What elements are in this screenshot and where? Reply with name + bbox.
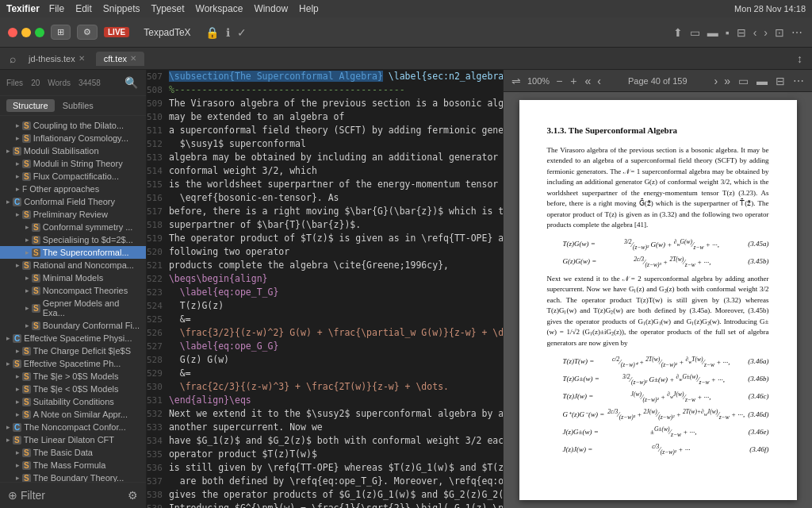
expand-icon[interactable]: ⊡ — [773, 25, 786, 40]
sidebar-item[interactable]: ▸S Conformal symmetry ... — [0, 221, 146, 233]
sidebar-item[interactable]: ▸S The Basic Data — [0, 446, 146, 459]
sidebar-item[interactable]: ▸S The Mass Formula — [0, 459, 146, 471]
search-icon[interactable]: 🔍 — [123, 75, 140, 90]
sidebar-item[interactable]: ▸S Specialising to $d=2$... — [0, 233, 146, 246]
editor-line[interactable]: products complete the algebra \cite{Gree… — [169, 259, 503, 272]
sidebar-item[interactable]: ▸C The Noncompact Confor... — [0, 421, 146, 433]
editor-line[interactable]: \beqs\begin{align} — [169, 272, 503, 286]
check-icon[interactable]: ✓ — [236, 25, 248, 40]
editor-line[interactable]: \frac{2c/3}{(z-w)^3} + \frac{2T(w)}{z-w}… — [169, 380, 503, 394]
editor-line[interactable]: have $G_1(z)$ and $G_2(z)$ both with con… — [169, 434, 503, 448]
sidebar-item[interactable]: ▸S Rational and Noncompa... — [0, 259, 146, 271]
tab-jd-thesis-close[interactable]: ✕ — [79, 54, 85, 63]
sidebar-item[interactable]: ▸S The Charge Deficit $|e$S — [0, 344, 146, 357]
editor-line[interactable]: is the worldsheet superpartner of the en… — [169, 178, 503, 191]
sidebar-item[interactable]: ▸S Noncompact Theories — [0, 284, 146, 297]
sidebar-item[interactable]: ▸S The Superconformal... — [0, 246, 146, 259]
editor-line[interactable]: may be extended to an algebra of — [169, 110, 503, 124]
zoom-in-icon[interactable]: + — [569, 73, 578, 89]
sidebar-item[interactable]: ▸S Moduli in String Theory — [0, 157, 146, 170]
tab-structure[interactable]: Structure — [6, 99, 55, 112]
maximize-button[interactable] — [35, 28, 44, 37]
pdf-layout-2-icon[interactable]: ▬ — [755, 73, 769, 89]
info-icon[interactable]: ℹ — [224, 25, 232, 40]
sidebar-item[interactable]: ▸C Effective Spacetime Physi... — [0, 332, 146, 344]
tab-cft[interactable]: cft.tex ✕ — [96, 52, 144, 66]
layout-3-icon[interactable]: ▪ — [724, 25, 731, 40]
nav-prev-icon[interactable]: ‹ — [596, 75, 603, 87]
layout-1-icon[interactable]: ▭ — [688, 25, 702, 40]
editor-line[interactable]: operator product $T(z)T(w)$ — [169, 448, 503, 461]
editor-line[interactable]: Next we extend it to the $\susy2$ superc… — [169, 407, 503, 421]
editor-line[interactable]: algebra may be obtained by including an … — [169, 151, 503, 164]
editor-line[interactable]: conformal weight 3/2, which — [169, 164, 503, 178]
editor-line[interactable]: another supercurrent. Now we — [169, 421, 503, 434]
editor-line[interactable]: Introducing $G^{\pm}(w) = \frac{1}{\sqrt… — [169, 502, 503, 508]
editor-line[interactable]: %---------------------------------------… — [169, 83, 503, 97]
sidebar-item[interactable]: ▸S Suitability Conditions — [0, 395, 146, 408]
editor-line[interactable]: The Virasoro algebra of the previous sec… — [169, 97, 503, 110]
settings-gear-icon[interactable]: ⚙ — [126, 487, 140, 503]
zoom-out-icon[interactable]: − — [554, 73, 564, 89]
more-icon[interactable]: ⋯ — [790, 25, 804, 40]
sidebar-item[interactable]: ▸F Other approaches — [0, 183, 146, 195]
editor-line[interactable]: $\susy1$ superconformal — [169, 137, 503, 151]
sidebar-item[interactable]: ▸S The Boundary Theory... — [0, 471, 146, 482]
sidebar-item[interactable]: ▸S Boundary Conformal Fi... — [0, 319, 146, 332]
sidebar-item[interactable]: ▸S Gepner Models and Exa... — [0, 297, 146, 319]
editor-line[interactable]: before, there is a right moving $\bar{G}… — [169, 205, 503, 218]
editor-line[interactable]: The operator product of $T(z)$ is given … — [169, 232, 503, 245]
sidebar-item[interactable]: ▸S The Linear Dilaton CFT — [0, 433, 146, 446]
layout-2-icon[interactable]: ▬ — [706, 25, 720, 40]
pdf-layout-1-icon[interactable]: ▭ — [737, 73, 750, 89]
menu-file[interactable]: File — [49, 3, 64, 14]
lock-icon[interactable]: 🔒 — [204, 25, 220, 40]
sidebar-item[interactable]: ▸S Moduli Stabilisation — [0, 144, 146, 157]
filter-icon[interactable]: ⊕ Filter — [6, 487, 47, 503]
menu-snippets[interactable]: Snippets — [103, 3, 140, 14]
editor-line[interactable]: \end{align}\eqs — [169, 394, 503, 407]
editor-line[interactable]: following two operator — [169, 245, 503, 259]
nav-forward-icon[interactable]: › — [762, 25, 769, 40]
tab-cft-close[interactable]: ✕ — [130, 54, 136, 63]
editor-line[interactable]: &= — [169, 367, 503, 380]
menu-help[interactable]: Help — [299, 3, 319, 14]
nav-next-icon[interactable]: › — [713, 75, 720, 87]
editor-text[interactable]: \subsection{The Superconformal Algebra} … — [169, 70, 503, 508]
sidebar-item[interactable]: ▸S The $|e > 0$S Models — [0, 370, 146, 383]
editor-line[interactable]: gives the operator products of $G_1(z)G_… — [169, 488, 503, 502]
pdf-sync-icon[interactable]: ⇌ — [510, 73, 523, 89]
sync-icon[interactable]: ↕ — [795, 51, 804, 67]
tab-subfiles[interactable]: Subfiles — [56, 99, 100, 112]
nav-first-icon[interactable]: « — [584, 75, 593, 87]
sidebar-item[interactable]: ▸S The $|e < 0$S Models — [0, 383, 146, 395]
sidebar-item[interactable]: ▸C Conformal Field Theory — [0, 195, 146, 208]
editor-line[interactable]: \frac{3/2}{(z-w)^2} G(w) + \frac{\partia… — [169, 326, 503, 340]
share-icon[interactable]: ⬆ — [672, 25, 684, 40]
editor-content[interactable]: 5075085095105115125135145155165175185195… — [147, 70, 503, 508]
editor-line[interactable]: are both defined by \refq{eq:ope_T_G}. M… — [169, 475, 503, 488]
sidebar-item[interactable]: ▸S Inflationary Cosmology... — [0, 132, 146, 144]
editor-line[interactable]: \eqref{bosonic-en-tensor}. As — [169, 191, 503, 205]
editor-line[interactable]: \label{eq:ope_T_G} — [169, 286, 503, 299]
editor-line[interactable]: superpartner of $\bar{T}(\bar{z})$. — [169, 218, 503, 232]
pdf-more-icon[interactable]: ⋯ — [791, 73, 806, 89]
editor-line[interactable]: is still given by \refq{TT-OPE} whereas … — [169, 461, 503, 475]
sidebar-item[interactable]: ▸S Minimal Models — [0, 271, 146, 284]
nav-last-icon[interactable]: » — [722, 75, 732, 87]
view-toggle-button[interactable]: ⊞ — [51, 25, 71, 40]
tab-search-icon[interactable]: ⌕ — [8, 51, 17, 67]
editor-line[interactable]: G(z) G(w) — [169, 353, 503, 367]
editor-line[interactable]: a superconformal field theory (SCFT) by … — [169, 124, 503, 137]
sidebar-item[interactable]: ▸S Effective Spacetime Ph... — [0, 357, 146, 370]
sidebar-item[interactable]: ▸S Flux Compactificatio... — [0, 170, 146, 183]
editor-line[interactable]: \subsection{The Superconformal Algebra} … — [169, 70, 503, 83]
close-button[interactable] — [8, 28, 17, 37]
menu-workspace[interactable]: Workspace — [196, 3, 243, 14]
nav-back-icon[interactable]: ‹ — [752, 25, 759, 40]
menu-window[interactable]: Window — [254, 3, 288, 14]
menu-edit[interactable]: Edit — [75, 3, 92, 14]
editor-line[interactable]: &= — [169, 313, 503, 326]
pdf-layout-3-icon[interactable]: ⊟ — [774, 73, 787, 89]
editor-line[interactable]: \label{eq:ope_G_G} — [169, 340, 503, 353]
